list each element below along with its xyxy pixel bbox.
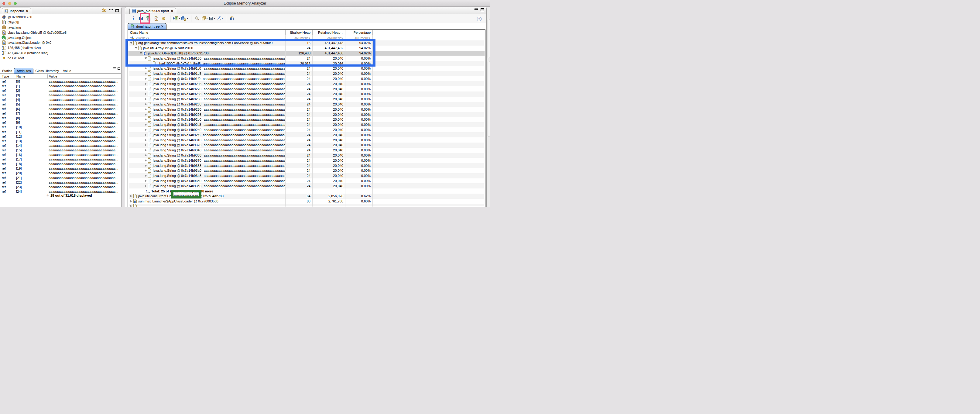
tree-row[interactable]: java.lang.String @ 0x7a14b91d8aaaaaaaaaa… [128, 71, 485, 76]
inspector-item[interactable]: []Object[] [0, 20, 121, 25]
tree-row[interactable]: java.lang.String @ 0x7a14b9370aaaaaaaaaa… [128, 158, 485, 163]
help-icon[interactable]: ? [477, 17, 482, 21]
attribute-row[interactable]: ref[12]aaaaaaaaaaaaaaaaaaaaaaaaaaaaaaaaa… [0, 134, 121, 139]
expand-icon[interactable] [145, 72, 147, 75]
collapse-icon[interactable] [130, 42, 132, 44]
chevron-down-icon[interactable]: ▾ [222, 17, 223, 20]
tab-statics[interactable]: Statics [0, 68, 14, 73]
tree-row[interactable]: java.lang.String @ 0x7a14b92c8aaaaaaaaaa… [128, 122, 485, 127]
attribute-row[interactable]: ref[14]aaaaaaaaaaaaaaaaaaaaaaaaaaaaaaaaa… [0, 143, 121, 148]
attribute-row[interactable]: ref[2]aaaaaaaaaaaaaaaaaaaaaaaaaaaaaaaaaa… [0, 88, 121, 93]
expand-icon[interactable] [145, 144, 147, 146]
inspector-item[interactable]: 126,488 (shallow size) [0, 45, 121, 51]
class-name-filter-input[interactable]: <Regex> [136, 36, 150, 40]
column-header-name[interactable]: Name [15, 75, 48, 78]
customize-button[interactable]: ⚙ [161, 15, 167, 22]
maximize-view-icon[interactable] [115, 9, 119, 12]
tree-row[interactable]: java.util.ArrayList @ 0x7a0f3d10024431,4… [128, 46, 485, 51]
tree-row[interactable]: java.lang.String @ 0x7a14b9358aaaaaaaaaa… [128, 153, 485, 158]
column-header-percentage[interactable]: Percentage [345, 30, 372, 35]
link-with-snapshot-icon[interactable] [102, 8, 107, 13]
tree-row-partial[interactable] [128, 204, 485, 207]
attribute-row[interactable]: ref[4]aaaaaaaaaaaaaaaaaaaaaaaaaaaaaaaaaa… [0, 97, 121, 102]
inspector-item[interactable]: Cclass java.lang.Object[] @ 0x7a000f1e8 [0, 30, 121, 35]
expand-icon[interactable] [145, 67, 147, 70]
tree-row[interactable]: []java.lang.Object[31618] @ 0x7bb0917301… [128, 51, 485, 56]
retained-heap-filter-input[interactable]: <Numeric> [312, 35, 345, 40]
tree-row[interactable]: sun.misc.Launcher$AppClassLoader @ 0x7a0… [128, 199, 485, 204]
collapsed-view-handle[interactable] [488, 61, 490, 137]
chevron-down-icon[interactable]: ▾ [207, 17, 208, 20]
column-header-shallow-heap[interactable]: Shallow Heap [285, 30, 312, 35]
attribute-row[interactable]: ref[7]aaaaaaaaaaaaaaaaaaaaaaaaaaaaaaaaaa… [0, 111, 121, 116]
export-button[interactable]: ▾ [216, 15, 223, 22]
attribute-row[interactable]: ref[3]aaaaaaaaaaaaaaaaaaaaaaaaaaaaaaaaaa… [0, 93, 121, 97]
tree-row[interactable]: java.lang.String @ 0x7a14b9150aaaaaaaaaa… [128, 56, 485, 61]
show-more-plus-icon[interactable]: ✛ [46, 193, 49, 197]
collapse-icon[interactable] [145, 57, 147, 59]
expand-icon[interactable] [145, 180, 147, 182]
restore-pane-icon[interactable] [118, 67, 120, 70]
tree-row[interactable]: java.lang.String @ 0x7a14b92e0aaaaaaaaaa… [128, 127, 485, 132]
minimize-window-button[interactable] [8, 2, 11, 5]
expand-icon[interactable] [145, 175, 147, 177]
minimize-view-icon[interactable] [109, 9, 113, 10]
column-header-retained-heap[interactable]: Retained Heap ⌄ [312, 30, 345, 35]
tree-row[interactable]: java.lang.String @ 0x7a14b9340aaaaaaaaaa… [128, 148, 485, 153]
chevron-down-icon[interactable]: ▾ [214, 17, 215, 20]
expand-icon[interactable] [145, 129, 147, 131]
tab-heap-dump[interactable]: java_pid29569.hprof ✕ [129, 8, 176, 14]
inspector-item[interactable]: java.lang.ClassLoader @ 0x0 [0, 40, 121, 45]
tree-row[interactable]: org.geekbang.time.commonmistakes.trouble… [128, 40, 485, 46]
expand-icon[interactable] [145, 185, 147, 187]
tree-total-row[interactable]: Σ+Total: 25 of 21,523 entries; 21,498 mo… [128, 188, 485, 194]
expand-icon[interactable] [145, 98, 147, 100]
expand-icon[interactable] [145, 83, 147, 85]
attributes-table-footer[interactable]: ✛ 25 out of 31,618 displayed [0, 193, 121, 197]
attribute-row[interactable]: ref[1]aaaaaaaaaaaaaaaaaaaaaaaaaaaaaaaaaa… [0, 84, 121, 88]
collapse-icon[interactable] [135, 47, 137, 49]
attribute-row[interactable]: ref[6]aaaaaaaaaaaaaaaaaaaaaaaaaaaaaaaaaa… [0, 107, 121, 111]
attribute-row[interactable]: ref[0]aaaaaaaaaaaaaaaaaaaaaaaaaaaaaaaaaa… [0, 79, 121, 84]
column-header-value[interactable]: Value [48, 75, 121, 78]
oql-button[interactable]: QL [153, 15, 159, 22]
tree-row[interactable]: java.lang.String @ 0x7a14b9268aaaaaaaaaa… [128, 102, 485, 107]
query-browser-button[interactable]: ▾ [173, 15, 180, 22]
expand-icon[interactable] [130, 205, 132, 207]
expand-icon[interactable] [145, 113, 147, 116]
expand-icon[interactable] [145, 164, 147, 167]
close-icon[interactable]: ✕ [171, 10, 173, 13]
attribute-row[interactable]: ref[21]aaaaaaaaaaaaaaaaaaaaaaaaaaaaaaaaa… [0, 175, 121, 180]
heap-overview-button[interactable]: ▾ [181, 15, 188, 22]
attribute-row[interactable]: ref[13]aaaaaaaaaaaaaaaaaaaaaaaaaaaaaaaaa… [0, 139, 121, 143]
attribute-row[interactable]: ref[8]aaaaaaaaaaaaaaaaaaaaaaaaaaaaaaaaaa… [0, 116, 121, 120]
close-icon[interactable]: ✕ [26, 10, 28, 13]
expand-icon[interactable] [145, 123, 147, 126]
tree-row[interactable]: java.lang.String @ 0x7a14b91c0aaaaaaaaaa… [128, 66, 485, 71]
shallow-heap-filter-input[interactable]: <Numeric> [285, 35, 312, 40]
chevron-down-icon[interactable]: ▾ [187, 17, 188, 20]
attribute-row[interactable]: ref[16]aaaaaaaaaaaaaaaaaaaaaaaaaaaaaaaaa… [0, 153, 121, 157]
find-button[interactable] [194, 15, 200, 22]
dominator-tree-button[interactable] [145, 15, 152, 22]
expand-icon[interactable] [145, 134, 147, 136]
inspector-item[interactable]: no GC root [0, 55, 121, 61]
column-header-type[interactable]: Type [0, 75, 15, 78]
tree-row[interactable]: java.lang.String @ 0x7a14b93d0aaaaaaaaaa… [128, 178, 485, 183]
expand-icon[interactable] [145, 78, 147, 80]
tree-row[interactable]: java.lang.String @ 0x7a14b9280aaaaaaaaaa… [128, 107, 485, 112]
chevron-down-icon[interactable]: ▾ [179, 17, 180, 20]
attribute-row[interactable]: ref[19]aaaaaaaaaaaaaaaaaaaaaaaaaaaaaaaaa… [0, 166, 121, 171]
expand-icon[interactable] [130, 200, 132, 202]
tree-row[interactable]: java.lang.String @ 0x7a14b93a0aaaaaaaaaa… [128, 168, 485, 173]
expand-icon[interactable] [145, 88, 147, 90]
collapsed-view-handle[interactable] [488, 19, 490, 58]
group-by-button[interactable]: ▾ [201, 15, 208, 22]
close-window-button[interactable] [2, 2, 5, 5]
expand-icon[interactable] [145, 169, 147, 172]
attribute-row[interactable]: ref[10]aaaaaaaaaaaaaaaaaaaaaaaaaaaaaaaaa… [0, 125, 121, 129]
expand-icon[interactable] [145, 118, 147, 121]
minimize-pane-icon[interactable] [113, 67, 116, 68]
tree-row[interactable]: java.lang.String @ 0x7a14b9220aaaaaaaaaa… [128, 86, 485, 91]
tree-row[interactable]: java.lang.String @ 0x7a14b9250aaaaaaaaaa… [128, 97, 485, 102]
